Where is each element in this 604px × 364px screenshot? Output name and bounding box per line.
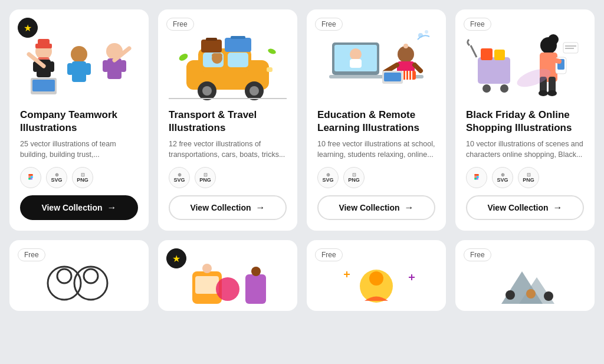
arrow-icon: → <box>107 202 117 213</box>
card-desc: 10 free vector illustrations at school, … <box>317 139 435 160</box>
svg-rect-86 <box>195 276 219 294</box>
png-icon: ⊡ PNG <box>72 167 93 188</box>
svg-point-61 <box>482 84 491 93</box>
figma-icon <box>466 167 487 188</box>
card-row2-4: Free <box>455 240 595 311</box>
svg-point-25 <box>202 86 212 96</box>
svg-rect-30 <box>225 38 251 52</box>
svg-point-84 <box>84 269 98 283</box>
svg-point-72 <box>547 90 557 96</box>
view-collection-button[interactable]: View Collection → <box>169 195 287 220</box>
card-desc: 12 free vector illustrations of transpor… <box>169 139 287 160</box>
svg-point-67 <box>548 34 559 45</box>
badge-free: Free <box>18 248 45 261</box>
arrow-icon: → <box>405 202 414 213</box>
svg-line-54 <box>415 65 421 71</box>
svg-rect-14 <box>120 60 126 72</box>
svg-point-44 <box>398 46 414 63</box>
card-formats: ⊕ SVG ⊡ PNG <box>20 167 138 188</box>
card-title: Company Teamwork Illustrations <box>20 109 138 135</box>
svg-point-87 <box>216 277 239 301</box>
badge-star: ★ <box>166 248 186 268</box>
svg-point-62 <box>500 84 508 93</box>
card-title: Transport & Travel Illustrations <box>169 109 287 135</box>
badge-free: Free <box>315 18 343 31</box>
svg-point-101 <box>544 291 553 301</box>
svg-rect-60 <box>478 57 510 84</box>
card-formats: ⊕ SVG ⊡ PNG <box>466 167 584 188</box>
svg-point-90 <box>251 267 261 276</box>
svg-point-57 <box>418 33 423 38</box>
svg-point-71 <box>539 90 548 96</box>
svg-rect-4 <box>50 61 54 72</box>
svg-rect-31 <box>231 36 245 39</box>
svg-point-100 <box>526 289 536 299</box>
svg-rect-43 <box>350 59 362 68</box>
svg-point-19 <box>31 178 32 180</box>
svg-rect-88 <box>245 274 266 304</box>
card-illustration-transport <box>169 25 287 101</box>
badge-free: Free <box>166 18 194 31</box>
svg-rect-8 <box>72 61 86 82</box>
svg-point-92 <box>369 271 383 286</box>
png-icon: ⊡ PNG <box>343 167 365 188</box>
card-company-teamwork: ★ <box>9 9 149 231</box>
arrow-icon: → <box>256 202 265 213</box>
badge-free: Free <box>315 248 343 261</box>
svg-rect-28 <box>201 40 222 53</box>
svg-rect-64 <box>481 48 493 60</box>
view-btn-label: View Collection <box>487 203 548 212</box>
svg-point-58 <box>425 30 428 34</box>
svg-rect-56 <box>384 73 401 81</box>
svg-rect-13 <box>103 60 109 72</box>
card-row2-1: Free <box>9 240 149 311</box>
card-illustration-company <box>20 25 138 101</box>
svg-icon: ⊕ SVG <box>169 167 190 188</box>
svg-rect-10 <box>85 63 91 75</box>
svg-rect-38 <box>267 67 273 72</box>
view-btn-label: View Collection <box>190 203 251 212</box>
svg-line-79 <box>554 60 559 61</box>
card-row2-3: Free <box>307 240 446 311</box>
svg-point-42 <box>350 48 362 60</box>
card-title: Black Friday & Online Shopping Illustrat… <box>466 109 584 135</box>
svg-point-82 <box>57 269 71 283</box>
card-grid-row2: Free ★ Free <box>9 240 595 311</box>
svg-rect-18 <box>38 39 50 46</box>
view-btn-label: View Collection <box>41 203 102 212</box>
view-collection-button[interactable]: View Collection → <box>466 195 584 220</box>
svg-point-89 <box>202 264 212 273</box>
svg-rect-23 <box>228 53 248 67</box>
svg-point-27 <box>250 86 259 96</box>
card-illustration-blackfriday <box>466 25 584 101</box>
png-icon: ⊡ PNG <box>518 167 539 188</box>
svg-rect-29 <box>206 38 217 41</box>
svg-rect-65 <box>494 50 505 60</box>
svg-icon: ⊕ SVG <box>46 167 67 188</box>
svg-point-34 <box>267 48 277 55</box>
svg-point-59 <box>403 44 408 48</box>
badge-free: Free <box>464 248 491 261</box>
svg-point-33 <box>178 53 189 63</box>
card-formats: ⊕ SVG ⊡ PNG <box>169 167 287 188</box>
png-icon: ⊡ PNG <box>195 167 216 188</box>
card-transport-travel: Free <box>158 9 297 231</box>
svg-point-99 <box>505 290 515 300</box>
svg-rect-6 <box>32 80 55 91</box>
card-grid: ★ <box>9 9 595 231</box>
svg-point-37 <box>216 53 222 58</box>
svg-line-63 <box>471 45 477 57</box>
arrow-icon: → <box>553 202 563 213</box>
card-row2-2: ★ <box>158 240 297 311</box>
card-formats: ⊕ SVG ⊡ PNG <box>317 167 435 188</box>
view-collection-button[interactable]: View Collection → <box>20 195 138 220</box>
card-desc: 10 vector illustrations of scenes and ch… <box>466 139 584 160</box>
badge-free: Free <box>464 18 491 31</box>
card-desc: 25 vector illustrations of team building… <box>20 139 138 160</box>
view-collection-button[interactable]: View Collection → <box>317 195 435 220</box>
svg-point-80 <box>477 178 478 180</box>
card-education-remote: Free <box>307 9 446 231</box>
card-illustration-education <box>317 25 435 101</box>
svg-icon: ⊕ SVG <box>492 167 513 188</box>
card-title: Education & Remote Learning Illustration… <box>317 109 435 135</box>
